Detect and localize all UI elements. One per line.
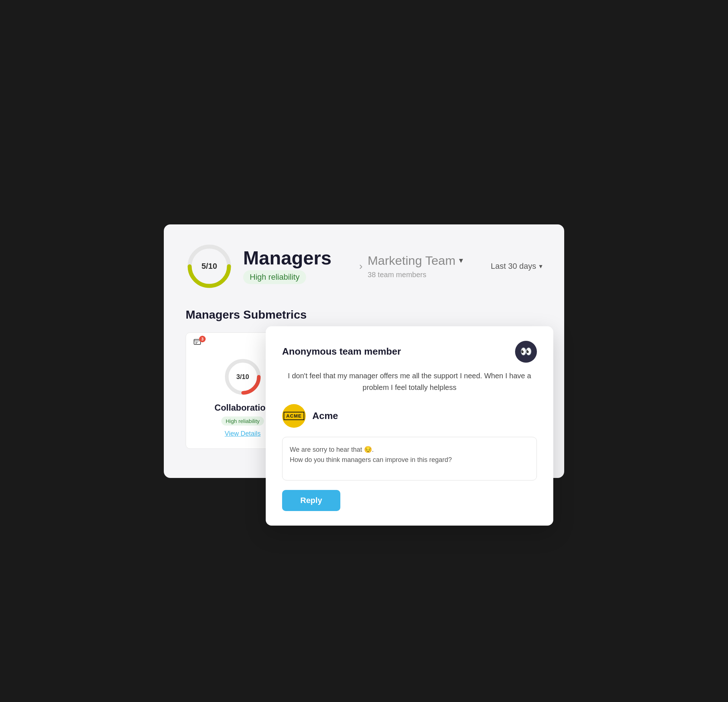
acme-logo: ACME (282, 404, 306, 428)
score-value: 5/10 (202, 261, 217, 271)
time-period-dropdown-icon[interactable]: ▾ (539, 262, 542, 270)
popup-header: Anonymous team member 👀 (282, 341, 537, 363)
collaboration-gauge: 3/10 (223, 357, 263, 397)
avatar: 👀 (515, 341, 537, 363)
notification-wrapper: 3 (193, 338, 204, 350)
notification-icon[interactable]: 3 (193, 338, 204, 350)
header-right[interactable]: Last 30 days ▾ (491, 261, 542, 271)
team-members-count: 38 team members (368, 271, 463, 279)
notification-badge: 3 (199, 336, 206, 342)
avatar-emoji: 👀 (520, 346, 532, 357)
team-section: Marketing Team ▾ 38 team members (368, 254, 463, 279)
reply-textarea[interactable]: We are sorry to hear that 😔. How do you … (282, 437, 537, 480)
header: 5/10 Managers High reliability › Marketi… (186, 243, 542, 290)
acme-logo-text: ACME (283, 412, 304, 420)
collaboration-label: Collaboration (214, 403, 271, 413)
collaboration-score: 3/10 (236, 373, 249, 381)
reply-button[interactable]: Reply (282, 490, 340, 511)
main-container: 5/10 Managers High reliability › Marketi… (164, 225, 564, 478)
header-center: › Marketing Team ▾ 38 team members (359, 254, 464, 279)
collaboration-reliability: High reliability (221, 417, 264, 425)
header-left: 5/10 Managers High reliability (186, 243, 332, 290)
time-period-label: Last 30 days (491, 261, 536, 271)
company-name: Acme (312, 410, 338, 422)
chevron-right-icon: › (359, 261, 363, 272)
header-info: Managers High reliability (243, 248, 332, 284)
team-dropdown-icon[interactable]: ▾ (459, 256, 463, 265)
page-title: Managers (243, 248, 332, 267)
anonymous-title: Anonymous team member (282, 346, 401, 357)
score-gauge: 5/10 (186, 243, 233, 290)
reliability-badge: High reliability (243, 270, 306, 284)
team-name[interactable]: Marketing Team (368, 254, 455, 268)
popup-message: I don't feel that my manager offers me a… (282, 370, 537, 393)
popup-dialog: Anonymous team member 👀 I don't feel tha… (266, 326, 553, 526)
submetrics-title: Managers Submetrics (186, 308, 542, 321)
acme-row: ACME Acme (282, 404, 537, 428)
view-details-link[interactable]: View Details (225, 430, 261, 438)
